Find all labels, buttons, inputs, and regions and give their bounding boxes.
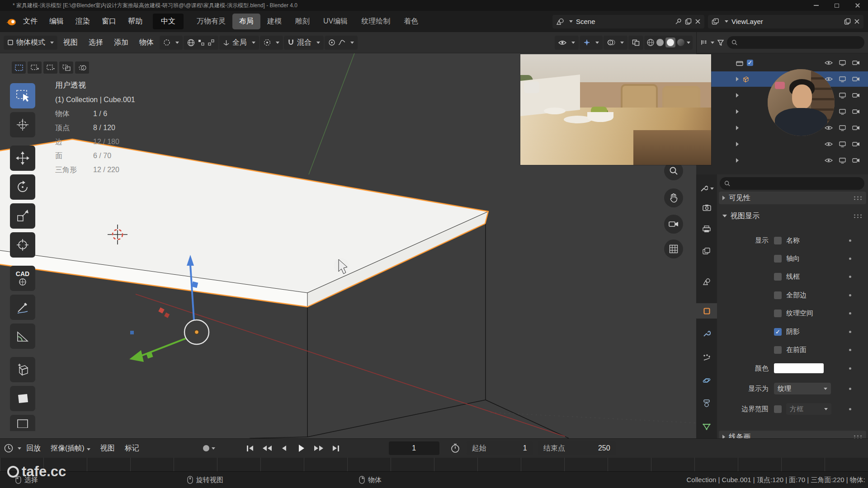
checkbox-wireframe[interactable] <box>774 273 782 281</box>
jump-to-start-button[interactable] <box>242 441 258 455</box>
tool-transform-button[interactable] <box>10 232 35 258</box>
blender-logo-icon[interactable] <box>5 17 17 27</box>
eye-icon[interactable] <box>825 125 833 131</box>
use-preview-range-button[interactable] <box>450 443 460 453</box>
monitor-icon[interactable] <box>839 76 846 82</box>
close-button[interactable] <box>847 0 868 11</box>
minimize-button[interactable] <box>806 0 826 11</box>
timeline-editor-dropdown[interactable] <box>4 443 21 453</box>
transform-space-group[interactable] <box>184 36 218 50</box>
checkbox-in-front[interactable] <box>774 346 782 354</box>
tool-annotate-button[interactable] <box>10 295 35 320</box>
gizmo-handle-small[interactable] <box>130 331 134 334</box>
tab-output[interactable] <box>696 221 717 237</box>
gizmo-handle-x2[interactable] <box>164 313 170 318</box>
outliner-search-input[interactable] <box>740 39 860 46</box>
camera-icon[interactable] <box>852 93 860 98</box>
menu-view[interactable]: 视图 <box>58 36 83 50</box>
monitor-icon[interactable] <box>839 60 846 66</box>
pin-icon[interactable] <box>675 18 682 25</box>
tool-cad-sketcher-button[interactable]: CAD <box>10 266 35 291</box>
tab-viewlayer[interactable] <box>696 243 717 258</box>
pan-hand-button[interactable] <box>664 188 683 207</box>
drag-grip-icon[interactable] <box>853 196 863 201</box>
outliner-row[interactable] <box>696 153 868 168</box>
tab-object-active[interactable] <box>696 303 717 319</box>
drag-grip-icon[interactable] <box>853 214 863 219</box>
next-keyframe-button[interactable] <box>311 441 326 455</box>
display-as-dropdown[interactable]: 纹理 <box>774 383 831 394</box>
menu-keying[interactable]: 抠像(插帧) <box>46 441 95 455</box>
tab-render[interactable] <box>696 200 717 215</box>
filter-icon[interactable] <box>717 39 724 46</box>
tab-scene[interactable] <box>696 274 717 289</box>
expand-arrow-icon[interactable] <box>736 158 739 163</box>
monitor-icon[interactable] <box>839 93 846 99</box>
shading-material-button[interactable] <box>665 38 675 47</box>
checkbox-axis[interactable] <box>774 255 782 263</box>
eye-icon[interactable] <box>825 141 833 147</box>
scene-selector[interactable]: Scene <box>552 15 704 28</box>
animate-dot[interactable] <box>849 408 851 410</box>
outliner-search[interactable] <box>727 36 864 49</box>
expand-arrow-icon[interactable] <box>736 126 739 130</box>
expand-arrow-icon[interactable] <box>736 142 739 146</box>
workspace-tab-modeling[interactable]: 建模 <box>260 14 288 29</box>
shading-solid-button[interactable] <box>656 39 664 46</box>
workspace-tab-layout[interactable]: 布局 <box>232 14 260 29</box>
color-swatch[interactable] <box>774 363 824 373</box>
menu-file[interactable]: 文件 <box>17 14 43 29</box>
animate-dot[interactable] <box>849 294 851 296</box>
title-bar[interactable]: * 家具建模-演示模型 [E:\@Blender室内设计方案推敲高效建模-研习班… <box>0 0 868 11</box>
select-mode-invert-button[interactable] <box>59 61 73 74</box>
tool-image-plane-button[interactable] <box>10 386 35 411</box>
jump-to-end-button[interactable] <box>328 441 344 455</box>
mode-dropdown[interactable]: 物体模式 <box>4 36 57 50</box>
eye-icon[interactable] <box>825 158 833 163</box>
play-button[interactable] <box>294 441 309 455</box>
camera-icon[interactable] <box>852 141 860 147</box>
checkbox-shadow[interactable] <box>774 328 782 336</box>
orientation-dropdown[interactable]: 全局 <box>219 36 259 50</box>
select-mode-extend-button[interactable] <box>28 61 42 74</box>
workspace-tab-shading[interactable]: 着色 <box>397 14 425 29</box>
checkbox-bounds[interactable] <box>774 405 782 413</box>
bounds-dropdown[interactable]: 方框 <box>786 403 831 415</box>
menu-view[interactable]: 视图 <box>95 441 120 455</box>
animate-dot[interactable] <box>849 239 851 242</box>
animate-dot[interactable] <box>849 388 851 390</box>
tab-physics[interactable] <box>696 373 717 388</box>
tab-modifiers[interactable] <box>696 326 717 341</box>
record-icon[interactable] <box>203 445 209 451</box>
properties-search-input[interactable] <box>733 180 860 187</box>
tool-measure-button[interactable] <box>10 324 35 349</box>
gizmo-plane-handle-x[interactable] <box>158 307 165 314</box>
menu-object[interactable]: 物体 <box>134 36 159 50</box>
workspace-tab-0[interactable]: 万物有灵 <box>190 14 232 29</box>
camera-icon[interactable] <box>852 125 860 131</box>
select-mode-intersect-button[interactable] <box>75 61 89 74</box>
unlink-x-icon[interactable] <box>695 19 701 24</box>
camera-icon[interactable] <box>852 76 860 82</box>
animate-dot[interactable] <box>849 276 851 278</box>
remove-x-icon[interactable] <box>854 19 860 24</box>
workspace-tab-uv[interactable]: UV编辑 <box>316 14 354 29</box>
menu-window[interactable]: 窗口 <box>96 14 122 29</box>
expand-arrow-icon[interactable] <box>736 109 739 114</box>
workspace-tab-sculpt[interactable]: 雕刻 <box>288 14 316 29</box>
tab-tool[interactable] <box>696 181 717 196</box>
pivot-dropdown[interactable] <box>260 36 283 50</box>
menu-help[interactable]: 帮助 <box>122 14 148 29</box>
workspace-tab-texpaint[interactable]: 纹理绘制 <box>354 14 397 29</box>
gizmo-dropdown[interactable] <box>580 36 603 50</box>
tool-select-box-button[interactable] <box>10 83 35 108</box>
tab-constraints[interactable] <box>696 395 717 411</box>
play-reverse-button[interactable] <box>277 441 292 455</box>
collection-checkbox[interactable] <box>747 60 753 66</box>
select-mode-new-button[interactable] <box>12 61 26 74</box>
checkbox-all-edges[interactable] <box>774 291 782 299</box>
outliner-row[interactable] <box>696 136 868 152</box>
checkbox-texture-space[interactable] <box>774 310 782 317</box>
outliner-editor-dropdown[interactable] <box>700 39 714 46</box>
menu-playback[interactable]: 回放 <box>21 441 46 455</box>
